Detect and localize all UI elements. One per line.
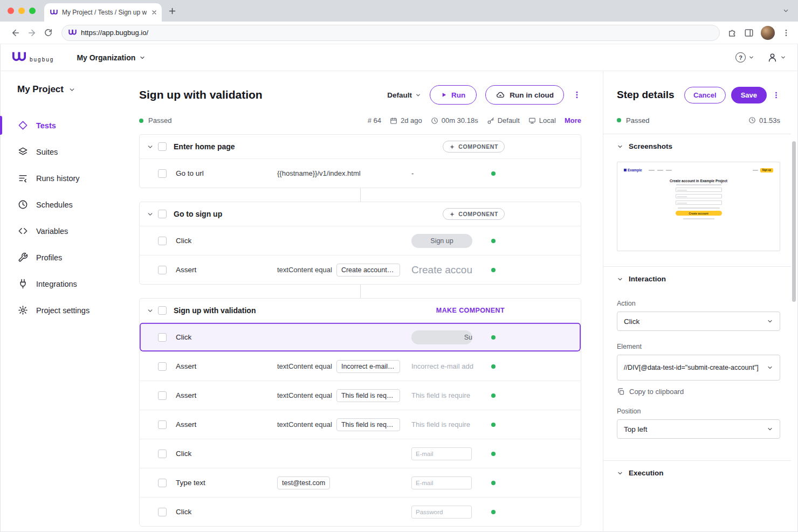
position-value: Top left xyxy=(624,425,648,433)
step-row-assert[interactable]: Assert textContent equal Incorrect e-mai… xyxy=(140,351,581,381)
save-button[interactable]: Save xyxy=(731,87,767,103)
element-select[interactable]: //DIV[@data-test-id="submit-create-accou… xyxy=(617,355,780,381)
account-menu[interactable] xyxy=(767,52,786,63)
back-button[interactable] xyxy=(8,25,24,41)
group-checkbox[interactable] xyxy=(158,142,167,151)
element-screenshot-input: Password xyxy=(411,506,472,519)
step-checkbox[interactable] xyxy=(158,266,167,274)
sidebar-item-integrations[interactable]: Integrations xyxy=(0,271,139,297)
sidebar-item-variables[interactable]: Variables xyxy=(0,218,139,244)
step-row-click-selected[interactable]: Click Sub xyxy=(140,322,581,351)
test-options-kebab-icon[interactable] xyxy=(573,90,581,100)
type-text-value-input[interactable]: test@test.com xyxy=(277,476,330,489)
clock-icon xyxy=(18,199,28,210)
maximize-window-button[interactable] xyxy=(29,8,36,14)
more-link[interactable]: More xyxy=(565,116,581,125)
run-button[interactable]: Run xyxy=(430,85,477,105)
chevron-down-icon[interactable] xyxy=(147,307,154,314)
run-profile-dropdown[interactable]: Default xyxy=(387,91,421,99)
step-row-click[interactable]: Click Sign up xyxy=(140,226,581,255)
run-in-cloud-button[interactable]: Run in cloud xyxy=(485,85,564,105)
chevron-down-icon[interactable] xyxy=(147,143,154,150)
step-checkbox[interactable] xyxy=(158,362,167,371)
close-window-button[interactable] xyxy=(8,8,14,14)
minimize-window-button[interactable] xyxy=(18,8,25,14)
step-checkbox[interactable] xyxy=(158,420,167,429)
side-panel-icon[interactable] xyxy=(744,28,754,38)
address-bar[interactable]: https://app.bugbug.io/ xyxy=(61,25,720,41)
site-favicon xyxy=(68,29,77,37)
component-badge: COMPONENT xyxy=(443,208,505,220)
browser-profile-avatar[interactable] xyxy=(761,26,775,40)
assert-value-input[interactable]: Create account i... xyxy=(336,264,400,277)
action-select[interactable]: Click xyxy=(617,312,780,331)
step-checkbox[interactable] xyxy=(158,169,167,178)
group-header[interactable]: Enter home page COMPONENT xyxy=(140,135,581,158)
section-screenshots[interactable]: Screenshots xyxy=(617,134,780,158)
step-row-click[interactable]: Click Password xyxy=(140,497,581,526)
step-checkbox[interactable] xyxy=(158,508,167,516)
sidebar-item-profiles[interactable]: Profiles xyxy=(0,244,139,271)
make-component-button[interactable]: MAKE COMPONENT xyxy=(436,307,505,314)
chevron-down-icon[interactable] xyxy=(147,211,154,218)
assert-value-input[interactable]: This field is requ... xyxy=(336,389,400,402)
help-menu[interactable]: ? xyxy=(735,52,754,63)
action-label: Action xyxy=(617,300,780,307)
assert-condition: textContent equal xyxy=(277,362,332,370)
sidebar-item-suites[interactable]: Suites xyxy=(0,139,139,165)
tab-search-chevron-icon[interactable] xyxy=(782,8,789,15)
organization-selector[interactable]: My Organization xyxy=(77,53,146,62)
run-number: # 64 xyxy=(368,116,381,125)
step-row-assert[interactable]: Assert textContent equal This field is r… xyxy=(140,381,581,410)
tab-close-icon[interactable] xyxy=(151,9,157,16)
cancel-button[interactable]: Cancel xyxy=(684,87,726,103)
browser-menu-kebab-icon[interactable] xyxy=(782,29,790,37)
group-checkbox[interactable] xyxy=(158,306,167,315)
step-row-go-to-url[interactable]: Go to url {{hostname}}/v1/index.html - xyxy=(140,158,581,188)
step-checkbox[interactable] xyxy=(158,391,167,400)
diamond-icon xyxy=(18,120,28,130)
chevron-down-icon xyxy=(748,54,754,60)
reload-button[interactable] xyxy=(40,25,56,41)
step-checkbox[interactable] xyxy=(158,450,167,458)
logo-text: bugbug xyxy=(30,57,54,63)
step-screenshot-thumbnail[interactable]: Example Sign up Create account in Exampl… xyxy=(617,162,780,251)
panel-scrollbar-thumb[interactable] xyxy=(792,141,796,302)
monitor-icon xyxy=(528,117,536,125)
sidebar-item-schedules[interactable]: Schedules xyxy=(0,191,139,218)
step-row-type-text[interactable]: Type text test@test.com E-mail xyxy=(140,468,581,497)
project-selector[interactable]: My Project xyxy=(0,84,139,95)
step-checkbox[interactable] xyxy=(158,479,167,487)
new-tab-button[interactable] xyxy=(168,7,176,15)
section-interaction[interactable]: Interaction xyxy=(617,267,780,291)
page-title: Sign up with validation xyxy=(139,88,263,101)
step-row-click[interactable]: Click E-mail xyxy=(140,439,581,468)
forward-button[interactable] xyxy=(24,25,40,41)
sidebar-item-project-settings[interactable]: Project settings xyxy=(0,297,139,323)
browser-tab[interactable]: My Project / Tests / Sign up wit xyxy=(44,3,162,22)
group-header[interactable]: Go to sign up COMPONENT xyxy=(140,202,581,226)
run-in-cloud-label: Run in cloud xyxy=(510,91,554,99)
element-screenshot-text: This field is require xyxy=(411,420,470,429)
chevron-down-icon xyxy=(767,364,773,371)
section-execution[interactable]: Execution xyxy=(617,461,780,485)
group-checkbox[interactable] xyxy=(158,210,167,218)
copy-to-clipboard-button[interactable]: Copy to clipboard xyxy=(617,388,780,396)
step-action: Go to url xyxy=(176,169,277,177)
step-checkbox[interactable] xyxy=(158,237,167,245)
help-icon: ? xyxy=(735,52,746,63)
position-select[interactable]: Top left xyxy=(617,419,780,439)
extensions-icon[interactable] xyxy=(727,28,737,38)
step-row-assert[interactable]: Assert textContent equal Create account … xyxy=(140,255,581,284)
step-options-kebab-icon[interactable] xyxy=(772,91,780,100)
assert-value-input[interactable]: Incorrect e-mail ... xyxy=(336,360,400,373)
step-checkbox[interactable] xyxy=(158,333,167,342)
screenshot-mini-page: Example Sign up Create account in Exampl… xyxy=(621,166,776,247)
sidebar-item-runs-history[interactable]: Runs history xyxy=(0,165,139,191)
group-header[interactable]: Sign up with validation MAKE COMPONENT xyxy=(140,299,581,322)
assert-value-input[interactable]: This field is requ... xyxy=(336,418,400,431)
step-row-assert[interactable]: Assert textContent equal This field is r… xyxy=(140,410,581,439)
calendar-icon xyxy=(390,117,397,125)
sidebar-item-tests[interactable]: Tests xyxy=(0,112,139,139)
bugbug-logo[interactable]: bugbug xyxy=(12,51,54,64)
